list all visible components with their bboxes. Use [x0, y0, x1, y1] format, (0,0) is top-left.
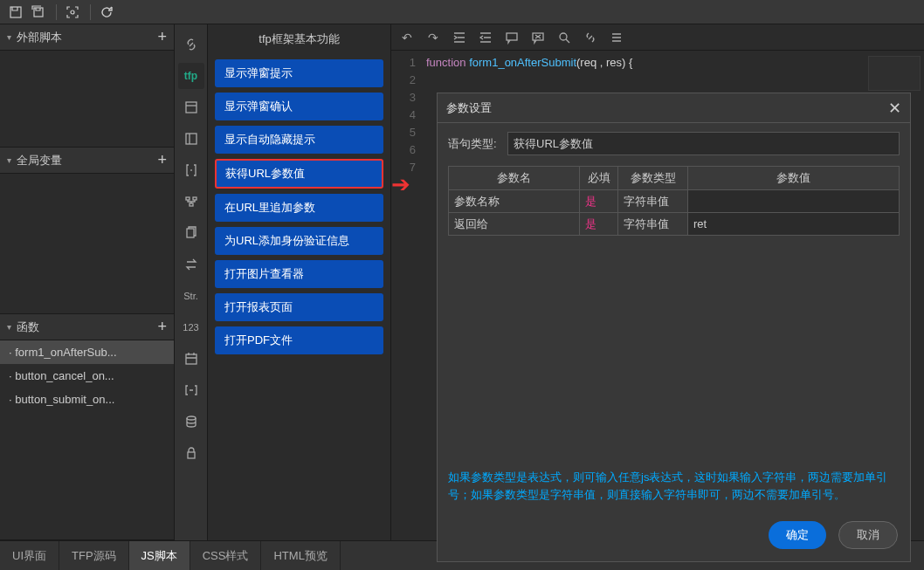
link-icon[interactable]: [582, 29, 599, 46]
tok: form1_onAfterSubmit: [469, 56, 576, 69]
cmd-get-url-param[interactable]: 获得URL参数值: [215, 159, 383, 189]
cell-value[interactable]: ret: [688, 213, 900, 236]
tab-css[interactable]: CSS样式: [190, 541, 262, 570]
calendar-icon[interactable]: [178, 346, 204, 372]
svg-rect-4: [186, 134, 197, 144]
svg-point-10: [187, 416, 196, 420]
line-gutter: 1 2 3 4 5 6 7: [391, 51, 423, 540]
layout-icon[interactable]: [178, 94, 204, 120]
indent-icon[interactable]: [451, 29, 468, 46]
cmd-show-autohide-tip[interactable]: 显示自动隐藏提示: [215, 126, 383, 154]
redo-icon[interactable]: ↷: [424, 29, 442, 46]
lock-icon[interactable]: [178, 440, 204, 466]
table-row: 返回给 是 字符串值 ret: [449, 213, 900, 236]
line-number: 4: [391, 106, 416, 124]
svg-point-14: [560, 33, 567, 40]
cmd-append-url-param[interactable]: 在URL里追加参数: [215, 194, 383, 222]
save-icon[interactable]: [5, 2, 26, 23]
tab-tfp-source[interactable]: TFP源码: [59, 541, 129, 570]
svg-rect-5: [186, 197, 190, 200]
link-icon[interactable]: [178, 31, 204, 58]
tab-ui[interactable]: UI界面: [0, 541, 59, 570]
refresh-icon[interactable]: [96, 2, 117, 23]
close-icon[interactable]: ✕: [888, 99, 901, 118]
separator: [90, 4, 91, 20]
line-number: 6: [391, 141, 416, 159]
cell-required: 是: [580, 213, 618, 236]
ok-button[interactable]: 确定: [769, 521, 826, 549]
statement-type-label: 语句类型:: [448, 136, 507, 152]
comment-icon[interactable]: [503, 29, 521, 46]
left-panel: ▾ 外部脚本 + ▾ 全局变量 + ▾ 函数 + · form1_onAfter…: [0, 24, 175, 540]
cell-required: 是: [580, 190, 618, 213]
side-icon-bar: tfp Str. 123: [175, 24, 208, 540]
brackets-icon[interactable]: [178, 157, 204, 183]
statement-type-input[interactable]: [507, 132, 900, 155]
svg-point-2: [71, 10, 74, 14]
cmd-add-auth-to-url[interactable]: 为URL添加身份验证信息: [215, 227, 383, 255]
col-value: 参数值: [688, 167, 900, 190]
cmd-show-popup-tip[interactable]: 显示弹窗提示: [215, 59, 383, 87]
database-icon[interactable]: [178, 409, 204, 435]
code-toolbar: ↶ ↷: [391, 24, 924, 51]
focus-icon[interactable]: [62, 2, 83, 23]
undo-icon[interactable]: ↶: [398, 29, 416, 46]
number-icon[interactable]: 123: [178, 314, 204, 340]
command-panel: tfp框架基本功能 显示弹窗提示 显示弹窗确认 显示自动隐藏提示 获得URL参数…: [208, 24, 391, 540]
cmd-open-report[interactable]: 打开报表页面: [215, 293, 383, 321]
svg-rect-7: [190, 203, 193, 206]
cell-value[interactable]: [688, 190, 900, 213]
uncomment-icon[interactable]: [529, 29, 547, 46]
separator: [56, 4, 57, 20]
function-item[interactable]: · button_submit_on...: [0, 388, 174, 411]
cmd-open-pdf[interactable]: 打开PDF文件: [215, 326, 383, 354]
table-row: 参数名称 是 字符串值: [449, 190, 900, 213]
line-number: 5: [391, 124, 416, 141]
str-icon[interactable]: Str.: [178, 283, 204, 309]
cell-type[interactable]: 字符串值: [618, 190, 688, 213]
functions-title: 函数: [17, 319, 157, 335]
col-name: 参数名: [449, 167, 580, 190]
search-icon[interactable]: [555, 29, 573, 46]
function-item[interactable]: · button_cancel_on...: [0, 364, 174, 388]
tok: function: [426, 56, 466, 69]
copy-icon[interactable]: [178, 220, 204, 246]
add-icon[interactable]: +: [157, 318, 167, 336]
col-required: 必填: [580, 167, 618, 190]
svg-rect-6: [193, 197, 197, 200]
outdent-icon[interactable]: [477, 29, 494, 46]
cell-name: 返回给: [449, 213, 580, 236]
cmd-open-image-viewer[interactable]: 打开图片查看器: [215, 260, 383, 288]
cell-type[interactable]: 字符串值: [618, 213, 688, 236]
add-icon[interactable]: +: [157, 28, 167, 46]
flow-icon[interactable]: [178, 189, 204, 215]
list-icon[interactable]: [608, 29, 625, 46]
cmd-show-popup-confirm[interactable]: 显示弹窗确认: [215, 93, 383, 120]
chevron-down-icon: ▾: [7, 322, 11, 332]
save-all-icon[interactable]: [28, 2, 49, 23]
tfp-icon[interactable]: tfp: [178, 63, 204, 89]
svg-rect-9: [186, 354, 197, 364]
cancel-button[interactable]: 取消: [838, 521, 898, 549]
functions-header[interactable]: ▾ 函数 +: [0, 314, 174, 340]
tab-html-preview[interactable]: HTML预览: [261, 541, 340, 570]
array-icon[interactable]: [178, 377, 204, 403]
param-dialog: 参数设置 ✕ 语句类型: 参数名 必填 参数类型 参数值 参数名称 是 字符串值: [437, 93, 911, 562]
line-number: 3: [391, 89, 416, 106]
svg-rect-8: [187, 229, 194, 237]
line-number: 1: [391, 54, 416, 72]
tab-js-script[interactable]: JS脚本: [129, 541, 190, 570]
dialog-title: 参数设置: [446, 100, 492, 116]
minimap[interactable]: [868, 56, 921, 91]
svg-rect-11: [188, 452, 195, 458]
command-panel-title: tfp框架基本功能: [208, 24, 390, 59]
switch-icon[interactable]: [178, 251, 204, 278]
panel-icon[interactable]: [178, 126, 204, 152]
cell-name: 参数名称: [449, 190, 580, 213]
function-item[interactable]: · form1_onAfterSub...: [0, 340, 174, 364]
external-scripts-header[interactable]: ▾ 外部脚本 +: [0, 24, 174, 51]
dialog-note: 如果参数类型是表达式，则可输入任意js表达式，这时如果输入字符串，两边需要加单引…: [448, 464, 900, 504]
globals-header[interactable]: ▾ 全局变量 +: [0, 148, 174, 174]
add-icon[interactable]: +: [157, 151, 167, 169]
chevron-down-icon: ▾: [7, 155, 11, 165]
